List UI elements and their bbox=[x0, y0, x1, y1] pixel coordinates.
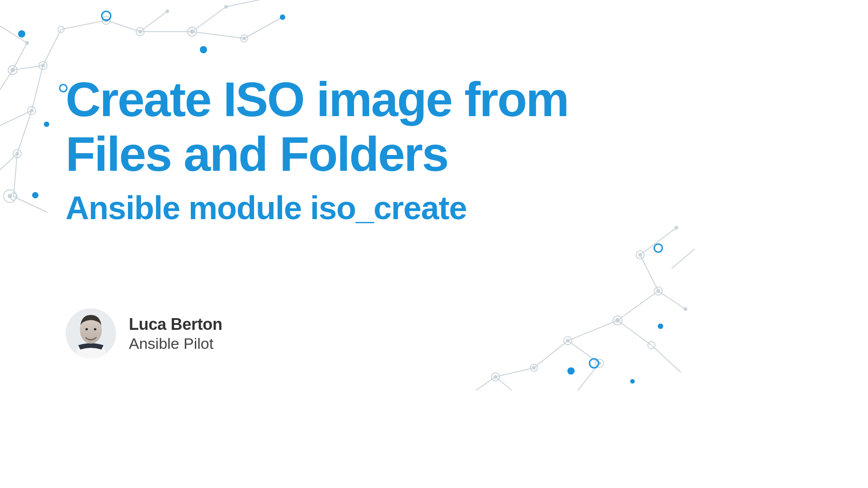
svg-point-83 bbox=[590, 359, 599, 368]
svg-line-13 bbox=[244, 17, 283, 38]
svg-point-30 bbox=[241, 35, 248, 42]
svg-point-29 bbox=[190, 30, 194, 33]
svg-line-1 bbox=[13, 43, 27, 70]
slide-subtitle: Ansible module iso_create bbox=[66, 188, 629, 227]
svg-point-35 bbox=[16, 152, 19, 155]
svg-line-60 bbox=[572, 363, 599, 390]
svg-line-16 bbox=[0, 154, 17, 181]
svg-point-48 bbox=[44, 122, 49, 127]
svg-point-76 bbox=[533, 366, 535, 369]
svg-line-53 bbox=[658, 291, 685, 309]
svg-point-72 bbox=[648, 342, 655, 349]
svg-point-31 bbox=[243, 37, 245, 40]
svg-point-25 bbox=[105, 19, 108, 22]
svg-line-15 bbox=[17, 111, 32, 154]
svg-line-0 bbox=[0, 20, 27, 43]
svg-point-74 bbox=[598, 362, 601, 365]
svg-point-20 bbox=[11, 68, 14, 72]
svg-line-6 bbox=[61, 20, 106, 29]
svg-line-3 bbox=[43, 29, 61, 66]
svg-line-14 bbox=[0, 111, 32, 129]
svg-point-91 bbox=[94, 328, 97, 330]
svg-point-49 bbox=[32, 192, 38, 198]
svg-point-32 bbox=[28, 107, 36, 115]
svg-line-12 bbox=[226, 0, 280, 7]
svg-point-19 bbox=[8, 66, 17, 75]
network-decoration-bottom-right bbox=[405, 219, 694, 390]
svg-line-58 bbox=[495, 368, 534, 377]
svg-line-62 bbox=[466, 377, 495, 390]
svg-point-45 bbox=[18, 30, 25, 38]
svg-point-47 bbox=[280, 14, 285, 20]
svg-point-43 bbox=[102, 11, 111, 20]
svg-point-85 bbox=[567, 367, 575, 375]
svg-line-52 bbox=[640, 255, 658, 291]
svg-point-22 bbox=[42, 64, 44, 67]
svg-point-75 bbox=[530, 364, 538, 371]
svg-line-7 bbox=[106, 20, 140, 32]
svg-point-65 bbox=[639, 253, 642, 256]
svg-point-27 bbox=[139, 30, 142, 33]
svg-point-40 bbox=[165, 9, 169, 13]
svg-point-24 bbox=[102, 16, 110, 24]
svg-line-4 bbox=[32, 66, 43, 111]
svg-point-36 bbox=[10, 193, 17, 200]
svg-line-5 bbox=[0, 70, 13, 104]
svg-point-66 bbox=[654, 287, 662, 295]
svg-point-38 bbox=[8, 194, 12, 198]
svg-point-67 bbox=[657, 290, 660, 292]
svg-line-2 bbox=[13, 66, 43, 70]
svg-point-46 bbox=[200, 46, 207, 53]
svg-line-61 bbox=[651, 345, 681, 372]
svg-point-86 bbox=[630, 379, 635, 384]
svg-line-51 bbox=[672, 241, 694, 268]
svg-point-78 bbox=[494, 375, 497, 378]
svg-point-73 bbox=[595, 359, 604, 367]
slide-container: Create ISO image from Files and Folders … bbox=[0, 0, 694, 390]
svg-line-63 bbox=[495, 377, 523, 390]
author-name: Luca Berton bbox=[129, 315, 222, 334]
svg-point-33 bbox=[30, 109, 33, 112]
svg-point-77 bbox=[491, 373, 500, 381]
svg-point-64 bbox=[636, 251, 644, 259]
svg-point-21 bbox=[39, 61, 47, 70]
slide-title: Create ISO image from Files and Folders bbox=[66, 72, 629, 182]
svg-line-10 bbox=[192, 7, 226, 32]
author-role: Ansible Pilot bbox=[129, 335, 222, 352]
svg-line-11 bbox=[192, 32, 244, 38]
svg-point-82 bbox=[654, 244, 662, 252]
svg-point-28 bbox=[188, 27, 197, 36]
svg-point-79 bbox=[675, 226, 678, 230]
svg-line-18 bbox=[14, 197, 47, 212]
author-avatar bbox=[66, 308, 116, 359]
svg-point-37 bbox=[4, 190, 16, 202]
svg-line-17 bbox=[14, 154, 17, 197]
svg-point-41 bbox=[224, 5, 228, 9]
svg-point-80 bbox=[684, 307, 687, 311]
svg-point-84 bbox=[658, 324, 663, 329]
svg-line-50 bbox=[640, 228, 676, 255]
author-text: Luca Berton Ansible Pilot bbox=[129, 315, 222, 352]
svg-point-90 bbox=[85, 328, 88, 330]
svg-point-23 bbox=[58, 26, 64, 33]
svg-line-8 bbox=[140, 11, 167, 32]
author-block: Luca Berton Ansible Pilot bbox=[66, 308, 629, 359]
svg-point-34 bbox=[13, 150, 21, 158]
svg-point-39 bbox=[25, 41, 29, 45]
svg-point-26 bbox=[136, 28, 144, 36]
